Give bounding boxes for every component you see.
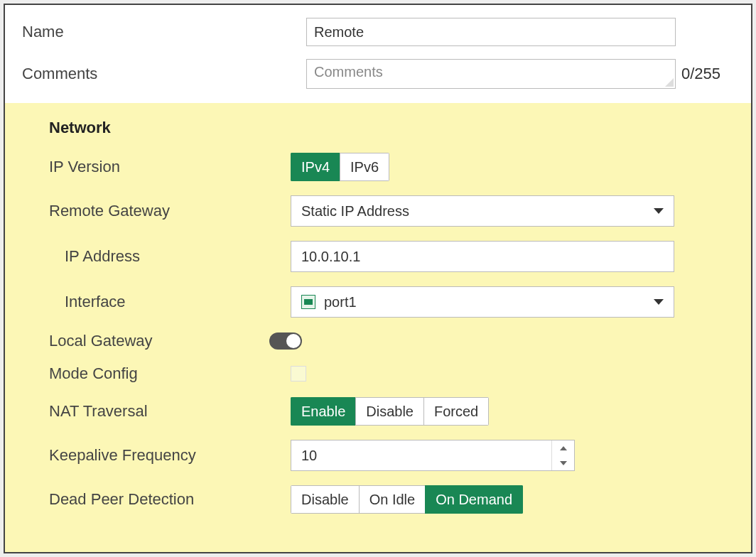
nat-enable-button[interactable]: Enable [291,397,356,426]
nat-traversal-label: NAT Traversal [49,402,291,421]
interface-label: Interface [49,293,291,311]
ip-version-ipv4-button[interactable]: IPv4 [291,153,340,181]
remote-gateway-select[interactable]: Static IP Address [291,195,674,227]
ip-address-label: IP Address [49,247,291,266]
nat-forced-button[interactable]: Forced [423,397,489,426]
ip-version-toggle-group: IPv4 IPv6 [291,153,389,181]
interface-value: port1 [324,294,357,310]
keepalive-value: 10 [291,440,551,470]
mode-config-checkbox[interactable] [291,366,306,382]
name-input[interactable]: Remote [306,18,676,46]
comments-placeholder: Comments [314,64,383,80]
toggle-knob [286,334,301,348]
dpd-label: Dead Peer Detection [49,490,291,509]
mode-config-label: Mode Config [49,364,291,383]
nat-disable-button[interactable]: Disable [355,397,424,426]
dpd-ondemand-button[interactable]: On Demand [425,485,523,514]
port-icon [301,295,315,309]
local-gateway-toggle[interactable] [269,332,302,350]
remote-gateway-value: Static IP Address [301,203,409,220]
network-section: Network IP Version IPv4 IPv6 Remote Gate… [5,103,751,552]
ip-version-label: IP Version [49,158,291,176]
name-label: Name [22,23,306,41]
chevron-down-icon [654,208,664,214]
stepper-up-icon[interactable] [552,440,574,455]
settings-panel: Name Remote Comments Comments 0/255 Netw… [4,4,752,553]
dpd-toggle-group: Disable On Idle On Demand [291,485,523,514]
comments-label: Comments [22,65,306,83]
remote-gateway-label: Remote Gateway [49,202,291,220]
keepalive-stepper[interactable]: 10 [291,440,575,471]
ip-version-ipv6-button[interactable]: IPv6 [340,153,389,181]
dpd-disable-button[interactable]: Disable [291,485,360,514]
chevron-down-icon [654,299,664,305]
dpd-onidle-button[interactable]: On Idle [359,485,426,514]
ip-address-input[interactable]: 10.0.10.1 [291,241,674,272]
header-fields: Name Remote Comments Comments 0/255 [5,5,751,103]
local-gateway-label: Local Gateway [49,332,269,350]
stepper-down-icon[interactable] [552,455,574,470]
resize-grip-icon[interactable] [665,78,674,87]
comments-textarea[interactable]: Comments [306,59,676,89]
network-section-title: Network [49,119,734,137]
comments-counter: 0/255 [681,65,720,83]
nat-traversal-toggle-group: Enable Disable Forced [291,397,489,426]
keepalive-label: Keepalive Frequency [49,446,291,465]
ip-address-value: 10.0.10.1 [301,249,360,265]
interface-select[interactable]: port1 [291,286,674,318]
